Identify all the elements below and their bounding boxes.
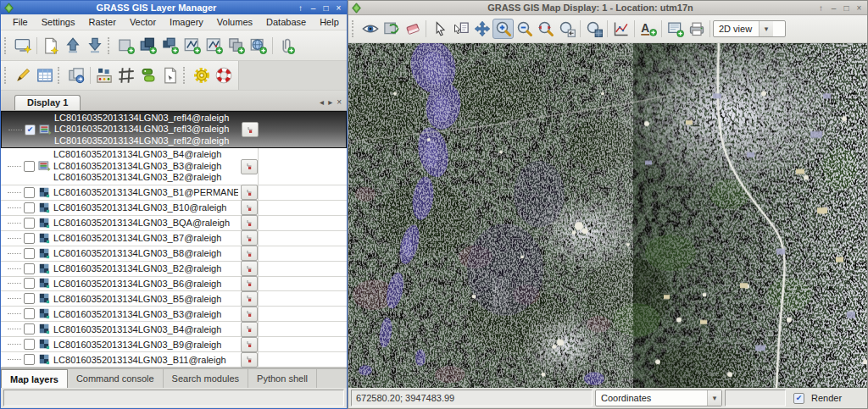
zoom-in-button[interactable]	[492, 19, 514, 39]
minimize-button[interactable]: –	[828, 3, 839, 14]
layer-checkbox[interactable]	[24, 161, 35, 172]
new-workspace-button[interactable]	[40, 35, 62, 57]
tab-search-modules[interactable]: Search modules	[164, 369, 249, 388]
layer-row[interactable]: LC80160352013134LGN03_B5@raleigh	[1, 291, 347, 307]
layer-checkbox[interactable]	[24, 233, 35, 244]
tab-prev-arrow[interactable]: ◂	[320, 97, 324, 107]
statusbar-mode-select[interactable]: Coordinates ▾	[595, 390, 722, 406]
layer-properties-button[interactable]	[241, 337, 258, 352]
add-web-service-button[interactable]	[248, 35, 270, 57]
render-toggle[interactable]: ✔ Render	[788, 393, 865, 404]
rollup-button[interactable]: ↑	[295, 3, 306, 14]
layer-properties-button[interactable]	[241, 246, 258, 261]
layer-row-rgb-selected[interactable]: ✔ LC80160352013134LGN03_refl4@raleigh LC…	[1, 111, 347, 148]
add-overlay-button[interactable]	[275, 35, 298, 57]
zoom-to-map-button[interactable]	[583, 19, 604, 39]
layer-row[interactable]: LC80160352013134LGN03_BQA@raleigh	[1, 216, 347, 231]
menu-imagery[interactable]: Imagery	[163, 15, 210, 29]
add-command-layer-button[interactable]	[65, 64, 87, 86]
erase-display-button[interactable]	[402, 19, 423, 39]
layer-properties-button[interactable]	[241, 291, 258, 307]
close-button[interactable]: ×	[854, 3, 865, 14]
layer-properties-button[interactable]	[241, 230, 258, 246]
layer-checkbox[interactable]	[24, 293, 35, 304]
zoom-extent-button[interactable]	[535, 19, 556, 39]
tab-python-shell[interactable]: Python shell	[248, 369, 317, 388]
new-script-button[interactable]	[159, 64, 181, 86]
layer-checkbox[interactable]	[24, 248, 35, 259]
layer-checkbox[interactable]	[24, 187, 35, 198]
settings-button[interactable]	[191, 64, 213, 86]
close-button[interactable]: ×	[333, 3, 344, 14]
layer-properties-button[interactable]	[241, 307, 258, 322]
add-vector-layer-button[interactable]	[181, 35, 203, 57]
layer-checkbox[interactable]	[24, 354, 35, 365]
tab-display-1[interactable]: Display 1	[14, 95, 81, 110]
layer-checkbox[interactable]	[24, 278, 35, 289]
layer-properties-button[interactable]	[241, 159, 258, 174]
render-map-button[interactable]	[381, 19, 402, 39]
layer-row[interactable]: LC80160352013134LGN03_B10@raleigh	[1, 201, 347, 216]
menu-help[interactable]: Help	[313, 15, 346, 29]
layer-properties-button[interactable]	[241, 276, 258, 291]
add-various-raster-button[interactable]	[159, 35, 181, 57]
tab-next-arrow[interactable]: ▸	[328, 97, 332, 107]
save-display-button[interactable]	[665, 19, 686, 39]
python-editor-button[interactable]	[137, 64, 159, 86]
layer-row[interactable]: LC80160352013134LGN03_B1@PERMANENT	[1, 185, 347, 201]
analyze-map-button[interactable]	[610, 19, 632, 39]
layer-checkbox[interactable]	[24, 263, 35, 274]
maximize-button[interactable]: □	[841, 3, 852, 14]
tab-map-layers[interactable]: Map layers	[1, 369, 68, 388]
layer-properties-button[interactable]	[241, 352, 258, 368]
layer-row[interactable]: LC80160352013134LGN03_B11@raleigh	[1, 352, 347, 368]
attribute-table-button[interactable]	[34, 64, 56, 86]
start-new-display-button[interactable]	[12, 35, 34, 57]
menu-vector[interactable]: Vector	[123, 15, 163, 29]
layer-manager-titlebar[interactable]: GRASS GIS Layer Manager ↑ – □ ×	[1, 1, 347, 14]
display-map-button[interactable]	[359, 19, 381, 39]
layer-checkbox[interactable]	[24, 218, 35, 229]
georectifier-button[interactable]	[115, 64, 137, 86]
query-button[interactable]	[450, 19, 471, 39]
layer-properties-button[interactable]	[242, 122, 259, 137]
help-button[interactable]	[213, 64, 235, 86]
layer-checkbox[interactable]: ✔	[25, 124, 36, 135]
layer-properties-button[interactable]	[241, 215, 258, 230]
pan-button[interactable]	[471, 19, 492, 39]
layer-checkbox[interactable]	[24, 323, 35, 334]
tab-command-console[interactable]: Command console	[68, 369, 164, 388]
menu-volumes[interactable]: Volumes	[210, 15, 259, 29]
open-workspace-button[interactable]	[62, 35, 84, 57]
map-display-titlebar[interactable]: GRASS GIS Map Display: 1 - Location: utm…	[348, 1, 867, 15]
edit-button[interactable]	[12, 64, 34, 86]
map-canvas[interactable]	[348, 43, 867, 388]
add-raster-layer-button[interactable]	[115, 35, 137, 57]
add-map-elements-button[interactable]	[637, 19, 659, 39]
print-button[interactable]	[686, 19, 707, 39]
save-workspace-button[interactable]	[84, 35, 106, 57]
layer-checkbox[interactable]	[24, 202, 35, 213]
layer-checkbox[interactable]	[24, 339, 35, 350]
pointer-button[interactable]	[429, 19, 450, 39]
zoom-out-button[interactable]	[514, 19, 535, 39]
layer-row[interactable]: LC80160352013134LGN03_B7@raleigh	[1, 231, 347, 246]
layer-row[interactable]: LC80160352013134LGN03_B8@raleigh	[1, 246, 347, 262]
minimize-button[interactable]: –	[308, 3, 319, 14]
add-group-button[interactable]	[225, 35, 248, 57]
layer-checkbox[interactable]	[24, 308, 35, 319]
layer-row[interactable]: LC80160352013134LGN03_B3@raleigh	[1, 307, 347, 322]
graphical-modeler-button[interactable]	[93, 64, 115, 86]
menu-settings[interactable]: Settings	[35, 15, 82, 29]
layer-properties-button[interactable]	[241, 322, 258, 337]
render-checkbox[interactable]: ✔	[793, 393, 804, 404]
layer-row[interactable]: LC80160352013134LGN03_B2@raleigh	[1, 262, 347, 277]
menu-database[interactable]: Database	[259, 15, 313, 29]
rollup-button[interactable]: ↑	[815, 3, 826, 14]
view-mode-select[interactable]: 2D view ▾	[713, 20, 786, 37]
layer-properties-button[interactable]	[241, 185, 258, 200]
menu-raster[interactable]: Raster	[81, 15, 122, 29]
layer-row[interactable]: LC80160352013134LGN03_B9@raleigh	[1, 337, 347, 352]
add-multiple-raster-button[interactable]	[137, 35, 159, 57]
layer-properties-button[interactable]	[241, 200, 258, 215]
